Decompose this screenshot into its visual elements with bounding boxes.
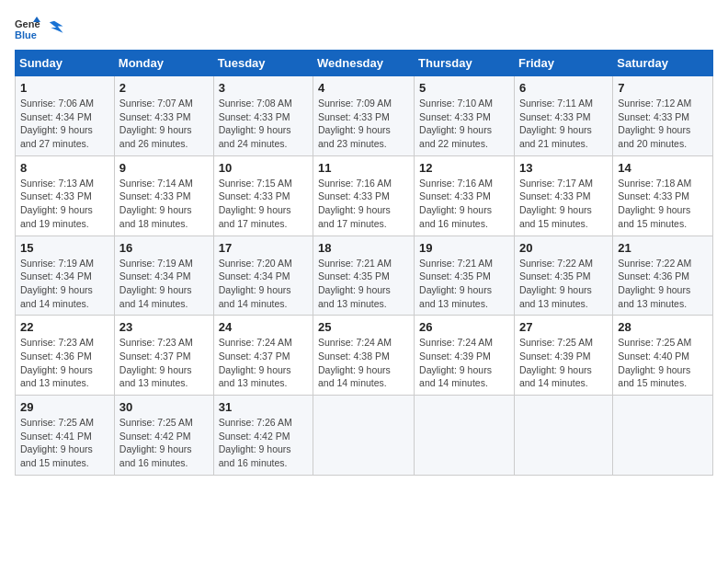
day-info: Sunrise: 7:16 AM Sunset: 4:33 PM Dayligh… xyxy=(419,177,509,231)
day-number: 27 xyxy=(519,320,608,334)
day-number: 8 xyxy=(20,161,109,175)
day-info: Sunrise: 7:24 AM Sunset: 4:39 PM Dayligh… xyxy=(419,336,509,390)
day-number: 10 xyxy=(219,161,308,175)
day-info: Sunrise: 7:19 AM Sunset: 4:34 PM Dayligh… xyxy=(20,257,109,311)
day-of-week-friday: Friday xyxy=(514,51,612,76)
day-number: 5 xyxy=(419,81,509,95)
day-info: Sunrise: 7:13 AM Sunset: 4:33 PM Dayligh… xyxy=(20,177,109,231)
header: General Blue xyxy=(15,15,713,40)
day-number: 23 xyxy=(119,320,209,334)
calendar-table: SundayMondayTuesdayWednesdayThursdayFrid… xyxy=(15,50,713,476)
day-number: 15 xyxy=(20,241,109,255)
day-number: 3 xyxy=(219,81,308,95)
calendar-week-3: 15 Sunrise: 7:19 AM Sunset: 4:34 PM Dayl… xyxy=(16,236,713,316)
calendar-cell: 4 Sunrise: 7:09 AM Sunset: 4:33 PM Dayli… xyxy=(313,76,415,156)
calendar-cell: 6 Sunrise: 7:11 AM Sunset: 4:33 PM Dayli… xyxy=(514,76,612,156)
calendar-cell: 14 Sunrise: 7:18 AM Sunset: 4:33 PM Dayl… xyxy=(613,155,713,236)
day-number: 21 xyxy=(618,241,708,255)
calendar-cell: 18 Sunrise: 7:21 AM Sunset: 4:35 PM Dayl… xyxy=(313,236,415,316)
calendar-cell: 22 Sunrise: 7:23 AM Sunset: 4:36 PM Dayl… xyxy=(16,316,115,396)
logo: General Blue xyxy=(15,15,67,40)
day-info: Sunrise: 7:22 AM Sunset: 4:36 PM Dayligh… xyxy=(618,257,708,311)
calendar-cell: 17 Sunrise: 7:20 AM Sunset: 4:34 PM Dayl… xyxy=(213,236,313,316)
day-number: 22 xyxy=(20,320,109,334)
day-number: 24 xyxy=(219,320,308,334)
calendar-cell: 26 Sunrise: 7:24 AM Sunset: 4:39 PM Dayl… xyxy=(415,316,515,396)
day-info: Sunrise: 7:25 AM Sunset: 4:42 PM Dayligh… xyxy=(119,416,209,470)
day-number: 19 xyxy=(419,241,509,255)
day-info: Sunrise: 7:22 AM Sunset: 4:35 PM Dayligh… xyxy=(519,257,608,311)
calendar-cell: 28 Sunrise: 7:25 AM Sunset: 4:40 PM Dayl… xyxy=(613,316,713,396)
day-number: 16 xyxy=(119,241,209,255)
calendar-cell: 21 Sunrise: 7:22 AM Sunset: 4:36 PM Dayl… xyxy=(613,236,713,316)
calendar-cell: 30 Sunrise: 7:25 AM Sunset: 4:42 PM Dayl… xyxy=(114,396,213,476)
day-of-week-tuesday: Tuesday xyxy=(213,51,313,76)
calendar-header-row: SundayMondayTuesdayWednesdayThursdayFrid… xyxy=(16,51,713,76)
calendar-cell xyxy=(313,396,415,476)
logo-bird-icon xyxy=(44,17,64,38)
day-of-week-thursday: Thursday xyxy=(415,51,515,76)
day-info: Sunrise: 7:23 AM Sunset: 4:37 PM Dayligh… xyxy=(119,336,209,390)
calendar-cell xyxy=(415,396,515,476)
calendar-cell: 19 Sunrise: 7:21 AM Sunset: 4:35 PM Dayl… xyxy=(415,236,515,316)
day-info: Sunrise: 7:26 AM Sunset: 4:42 PM Dayligh… xyxy=(219,416,308,470)
day-info: Sunrise: 7:25 AM Sunset: 4:41 PM Dayligh… xyxy=(20,416,109,470)
day-of-week-wednesday: Wednesday xyxy=(313,51,415,76)
day-of-week-sunday: Sunday xyxy=(16,51,115,76)
calendar-cell: 15 Sunrise: 7:19 AM Sunset: 4:34 PM Dayl… xyxy=(16,236,115,316)
day-info: Sunrise: 7:12 AM Sunset: 4:33 PM Dayligh… xyxy=(618,97,708,151)
day-info: Sunrise: 7:11 AM Sunset: 4:33 PM Dayligh… xyxy=(519,97,608,151)
day-info: Sunrise: 7:25 AM Sunset: 4:39 PM Dayligh… xyxy=(519,336,608,390)
svg-marker-3 xyxy=(50,21,63,33)
calendar-week-1: 1 Sunrise: 7:06 AM Sunset: 4:34 PM Dayli… xyxy=(16,76,713,156)
day-of-week-monday: Monday xyxy=(114,51,213,76)
day-info: Sunrise: 7:10 AM Sunset: 4:33 PM Dayligh… xyxy=(419,97,509,151)
calendar-cell: 5 Sunrise: 7:10 AM Sunset: 4:33 PM Dayli… xyxy=(415,76,515,156)
day-number: 17 xyxy=(219,241,308,255)
day-info: Sunrise: 7:17 AM Sunset: 4:33 PM Dayligh… xyxy=(519,177,608,231)
day-info: Sunrise: 7:08 AM Sunset: 4:33 PM Dayligh… xyxy=(219,97,308,151)
calendar-cell: 2 Sunrise: 7:07 AM Sunset: 4:33 PM Dayli… xyxy=(114,76,213,156)
calendar-cell: 8 Sunrise: 7:13 AM Sunset: 4:33 PM Dayli… xyxy=(16,155,115,236)
calendar-cell: 7 Sunrise: 7:12 AM Sunset: 4:33 PM Dayli… xyxy=(613,76,713,156)
day-info: Sunrise: 7:20 AM Sunset: 4:34 PM Dayligh… xyxy=(219,257,308,311)
day-of-week-saturday: Saturday xyxy=(613,51,713,76)
day-number: 13 xyxy=(519,161,608,175)
day-info: Sunrise: 7:16 AM Sunset: 4:33 PM Dayligh… xyxy=(318,177,409,231)
day-number: 26 xyxy=(419,320,509,334)
day-number: 1 xyxy=(20,81,109,95)
calendar-cell xyxy=(514,396,612,476)
calendar-cell xyxy=(613,396,713,476)
day-number: 31 xyxy=(219,400,308,414)
calendar-cell: 31 Sunrise: 7:26 AM Sunset: 4:42 PM Dayl… xyxy=(213,396,313,476)
day-number: 20 xyxy=(519,241,608,255)
calendar-cell: 11 Sunrise: 7:16 AM Sunset: 4:33 PM Dayl… xyxy=(313,155,415,236)
day-number: 11 xyxy=(318,161,409,175)
day-info: Sunrise: 7:23 AM Sunset: 4:36 PM Dayligh… xyxy=(20,336,109,390)
day-number: 18 xyxy=(318,241,409,255)
calendar-cell: 1 Sunrise: 7:06 AM Sunset: 4:34 PM Dayli… xyxy=(16,76,115,156)
day-info: Sunrise: 7:18 AM Sunset: 4:33 PM Dayligh… xyxy=(618,177,708,231)
calendar-cell: 20 Sunrise: 7:22 AM Sunset: 4:35 PM Dayl… xyxy=(514,236,612,316)
calendar-cell: 13 Sunrise: 7:17 AM Sunset: 4:33 PM Dayl… xyxy=(514,155,612,236)
calendar-cell: 10 Sunrise: 7:15 AM Sunset: 4:33 PM Dayl… xyxy=(213,155,313,236)
calendar-cell: 27 Sunrise: 7:25 AM Sunset: 4:39 PM Dayl… xyxy=(514,316,612,396)
day-info: Sunrise: 7:07 AM Sunset: 4:33 PM Dayligh… xyxy=(119,97,209,151)
day-number: 29 xyxy=(20,400,109,414)
calendar-week-2: 8 Sunrise: 7:13 AM Sunset: 4:33 PM Dayli… xyxy=(16,155,713,236)
calendar-cell: 23 Sunrise: 7:23 AM Sunset: 4:37 PM Dayl… xyxy=(114,316,213,396)
calendar-cell: 3 Sunrise: 7:08 AM Sunset: 4:33 PM Dayli… xyxy=(213,76,313,156)
calendar-cell: 25 Sunrise: 7:24 AM Sunset: 4:38 PM Dayl… xyxy=(313,316,415,396)
day-info: Sunrise: 7:15 AM Sunset: 4:33 PM Dayligh… xyxy=(219,177,308,231)
day-number: 6 xyxy=(519,81,608,95)
calendar-week-4: 22 Sunrise: 7:23 AM Sunset: 4:36 PM Dayl… xyxy=(16,316,713,396)
svg-text:Blue: Blue xyxy=(15,29,37,40)
day-number: 2 xyxy=(119,81,209,95)
calendar-cell: 24 Sunrise: 7:24 AM Sunset: 4:37 PM Dayl… xyxy=(213,316,313,396)
day-number: 30 xyxy=(119,400,209,414)
day-info: Sunrise: 7:09 AM Sunset: 4:33 PM Dayligh… xyxy=(318,97,409,151)
day-info: Sunrise: 7:24 AM Sunset: 4:37 PM Dayligh… xyxy=(219,336,308,390)
calendar-cell: 12 Sunrise: 7:16 AM Sunset: 4:33 PM Dayl… xyxy=(415,155,515,236)
day-info: Sunrise: 7:24 AM Sunset: 4:38 PM Dayligh… xyxy=(318,336,409,390)
day-number: 14 xyxy=(618,161,708,175)
